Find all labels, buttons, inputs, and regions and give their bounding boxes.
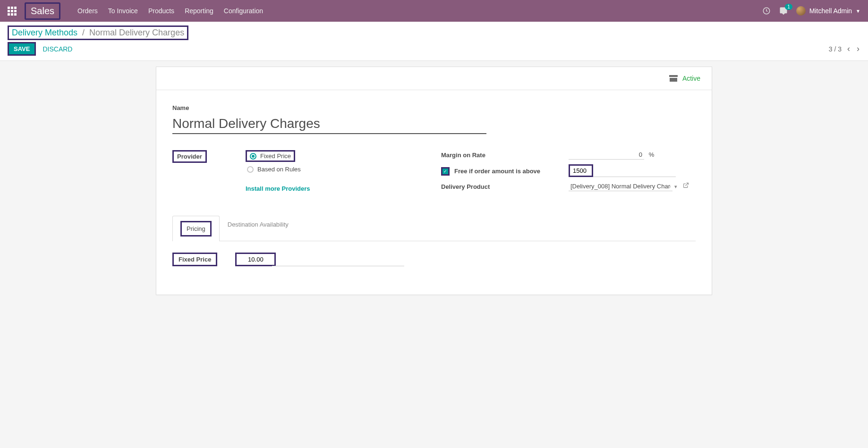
- right-column: Margin on Rate % ✓ Free if order amount …: [441, 150, 696, 197]
- delivery-product-input[interactable]: [569, 182, 672, 191]
- radio-rules-row[interactable]: Based on Rules: [246, 166, 427, 173]
- provider-row: Provider Fixed Price Base: [172, 150, 427, 192]
- delivery-product-control: ▾: [569, 182, 696, 191]
- pager-text: 3 / 3: [829, 45, 842, 53]
- provider-label: Provider: [172, 150, 207, 163]
- app-brand[interactable]: Sales: [25, 2, 60, 20]
- free-if-control: [569, 164, 696, 177]
- radio-fixed-label: Fixed Price: [260, 152, 291, 160]
- delivery-product-label: Delivery Product: [441, 183, 569, 190]
- active-button[interactable]: Active: [669, 75, 700, 82]
- price-underline: [272, 266, 404, 266]
- navbar-right: 1 Mitchell Admin ▼: [762, 6, 860, 16]
- control-panel: Delivery Methods / Normal Delivery Charg…: [0, 22, 868, 61]
- margin-control: %: [569, 150, 696, 160]
- menu-configuration[interactable]: Configuration: [224, 7, 263, 15]
- nav-menu: Orders To Invoice Products Reporting Con…: [77, 7, 263, 15]
- clock-icon[interactable]: [762, 7, 771, 15]
- menu-reporting[interactable]: Reporting: [185, 7, 213, 15]
- tab-pricing[interactable]: Pricing: [172, 216, 220, 241]
- discard-button[interactable]: DISCARD: [43, 45, 72, 53]
- menu-to-invoice[interactable]: To Invoice: [108, 7, 138, 15]
- user-menu[interactable]: Mitchell Admin ▼: [796, 6, 860, 16]
- form-area: Active Name Provider: [0, 61, 868, 314]
- free-label-wrap: ✓ Free if order amount is above: [441, 166, 569, 176]
- breadcrumb-parent[interactable]: Delivery Methods: [12, 28, 77, 38]
- tab-destination[interactable]: Destination Availability: [220, 216, 297, 241]
- active-label: Active: [682, 75, 700, 82]
- control-panel-bottom: SAVE DISCARD 3 / 3 ‹ ›: [8, 42, 860, 56]
- chevron-down-icon: ▼: [856, 8, 860, 14]
- breadcrumb-separator: /: [82, 28, 85, 38]
- margin-input[interactable]: [569, 150, 644, 160]
- radio-rules-label: Based on Rules: [257, 166, 301, 173]
- form-sheet: Active Name Provider: [156, 67, 712, 295]
- menu-orders[interactable]: Orders: [77, 7, 98, 15]
- name-label: Name: [172, 104, 696, 111]
- avatar: [796, 6, 806, 16]
- radio-selected-icon: [250, 153, 256, 160]
- menu-products[interactable]: Products: [148, 7, 174, 15]
- breadcrumb-current: Normal Delivery Charges: [89, 28, 184, 38]
- save-button[interactable]: SAVE: [8, 42, 36, 56]
- pager: 3 / 3 ‹ ›: [829, 44, 860, 54]
- free-if-checkbox[interactable]: ✓: [441, 167, 450, 176]
- install-providers-link[interactable]: Install more Providers: [246, 185, 310, 192]
- delivery-product-row: Delivery Product ▾: [441, 182, 696, 191]
- free-if-label: Free if order amount is above: [454, 168, 540, 175]
- radio-fixed-price[interactable]: Fixed Price: [246, 150, 295, 162]
- pager-prev[interactable]: ‹: [846, 44, 851, 54]
- archive-icon: [669, 75, 678, 82]
- breadcrumb: Delivery Methods / Normal Delivery Charg…: [8, 25, 860, 40]
- tab-pricing-label: Pricing: [180, 221, 212, 237]
- tab-content-pricing: Fixed Price: [172, 241, 696, 276]
- margin-unit: %: [649, 151, 655, 158]
- sheet-body: Name Provider Fixed Price: [156, 90, 712, 295]
- radio-fixed-row: Fixed Price: [246, 150, 427, 162]
- fixed-price-input[interactable]: [237, 254, 274, 265]
- fixed-price-row: Fixed Price: [172, 253, 696, 266]
- left-column: Provider Fixed Price Base: [172, 150, 427, 197]
- external-link-icon[interactable]: [683, 183, 689, 190]
- radio-unselected-icon: [247, 166, 254, 173]
- apps-icon[interactable]: [8, 7, 16, 15]
- control-panel-left: SAVE DISCARD: [8, 42, 72, 56]
- tabs: Pricing Destination Availability: [172, 216, 696, 241]
- name-input[interactable]: [172, 114, 486, 134]
- pager-next[interactable]: ›: [856, 44, 860, 54]
- form-columns: Provider Fixed Price Base: [172, 150, 696, 197]
- user-name: Mitchell Admin: [809, 7, 852, 15]
- status-bar: Active: [156, 67, 712, 90]
- chat-icon-wrap[interactable]: 1: [779, 7, 788, 15]
- provider-label-wrap: Provider: [172, 150, 246, 163]
- top-navbar: Sales Orders To Invoice Products Reporti…: [0, 0, 868, 22]
- fixed-price-label: Fixed Price: [172, 253, 217, 266]
- free-if-row: ✓ Free if order amount is above: [441, 164, 696, 177]
- margin-label: Margin on Rate: [441, 152, 569, 159]
- navbar-left: Sales Orders To Invoice Products Reporti…: [8, 2, 263, 20]
- free-if-input[interactable]: [570, 166, 592, 176]
- margin-row: Margin on Rate %: [441, 150, 696, 160]
- chat-badge: 1: [785, 4, 792, 10]
- provider-control: Fixed Price Based on Rules Install more …: [246, 150, 427, 192]
- dropdown-caret-icon[interactable]: ▾: [674, 184, 677, 190]
